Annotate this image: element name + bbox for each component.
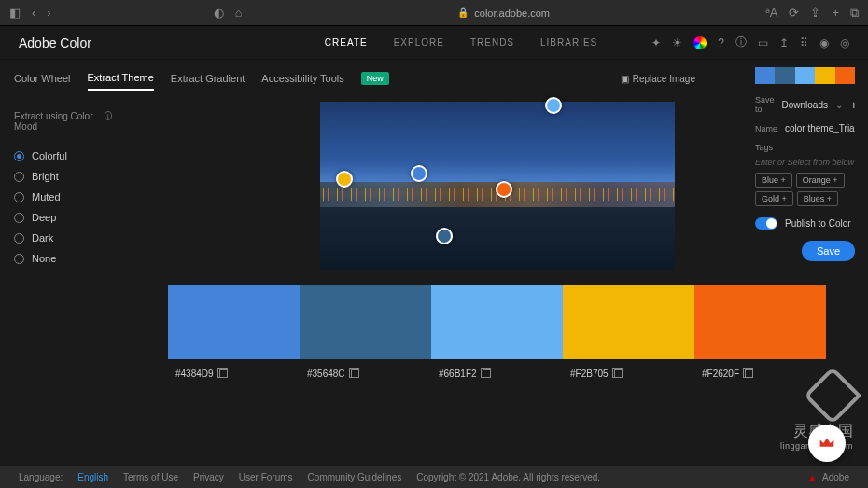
swatch-1[interactable] bbox=[300, 285, 431, 359]
reload-icon[interactable]: ⟳ bbox=[789, 6, 799, 20]
language-label: Language: bbox=[19, 472, 63, 482]
name-row: Name bbox=[755, 123, 855, 133]
radio-icon bbox=[14, 192, 24, 202]
swatch-3[interactable] bbox=[563, 285, 694, 359]
radio-icon bbox=[14, 151, 24, 161]
tag-chip[interactable]: Orange + bbox=[796, 173, 845, 188]
back-icon[interactable]: ‹ bbox=[32, 6, 35, 20]
info-icon[interactable]: ⓘ bbox=[735, 35, 747, 50]
hex-value[interactable]: #35648C bbox=[307, 369, 345, 379]
cc-icon[interactable]: ◎ bbox=[840, 36, 849, 49]
add-library-button[interactable]: + bbox=[850, 98, 858, 112]
new-tab-icon[interactable]: + bbox=[832, 6, 839, 20]
tag-chip[interactable]: Gold + bbox=[755, 191, 793, 206]
color-picker-1[interactable] bbox=[411, 165, 427, 182]
hex-cell-3: #F2B705 bbox=[563, 369, 694, 379]
language-select[interactable]: English bbox=[77, 472, 108, 482]
radio-icon bbox=[14, 233, 24, 244]
color-picker-2[interactable] bbox=[336, 171, 353, 188]
hex-value[interactable]: #66B1F2 bbox=[439, 369, 477, 379]
apps-icon[interactable]: ⠿ bbox=[800, 36, 808, 49]
swatch-2[interactable] bbox=[431, 285, 563, 359]
save-button[interactable]: Save bbox=[802, 241, 855, 261]
upload-icon[interactable]: ↥ bbox=[779, 36, 789, 49]
info-icon[interactable]: i bbox=[105, 111, 112, 120]
nav-libraries[interactable]: LIBRARIES bbox=[540, 37, 597, 48]
mood-none[interactable]: None bbox=[14, 248, 112, 269]
color-picker-4[interactable] bbox=[436, 228, 453, 244]
footer-link[interactable]: Privacy bbox=[193, 472, 224, 482]
tag-chip[interactable]: Blues + bbox=[797, 191, 838, 206]
hex-value[interactable]: #4384D9 bbox=[175, 369, 214, 379]
tab-accessibility[interactable]: Accessibility Tools bbox=[261, 67, 343, 90]
mood-colorful[interactable]: Colorful bbox=[14, 146, 112, 166]
reader-icon[interactable]: ᵃA bbox=[765, 6, 778, 20]
mini-swatch-2[interactable] bbox=[795, 67, 815, 84]
tabs-icon[interactable]: ⧉ bbox=[850, 6, 859, 21]
hex-row: #4384D9#35648C#66B1F2#F2B705#F2620F bbox=[168, 369, 826, 379]
share-icon[interactable]: ⇪ bbox=[810, 6, 820, 20]
publish-toggle[interactable] bbox=[755, 217, 777, 230]
tab-extract-gradient[interactable]: Extract Gradient bbox=[171, 67, 245, 90]
sub-tabs: Color Wheel Extract Theme Extract Gradie… bbox=[0, 60, 868, 97]
footer-link[interactable]: Community Guidelines bbox=[308, 472, 402, 482]
radio-icon bbox=[14, 254, 24, 264]
sidebar-toggle-icon[interactable]: ◧ bbox=[9, 6, 21, 20]
header-icons: ✦ ☀ ? ⓘ ▭ ↥ ⠿ ◉ ◎ bbox=[651, 35, 849, 50]
app-header: Adobe Color CREATE EXPLORE TRENDS LIBRAR… bbox=[0, 26, 868, 60]
mood-label: Dark bbox=[32, 232, 53, 244]
brightness-icon[interactable]: ☀ bbox=[672, 36, 682, 49]
mini-swatch-1[interactable] bbox=[775, 67, 794, 84]
mood-label: Deep bbox=[32, 212, 56, 223]
color-picker-3[interactable] bbox=[496, 181, 512, 198]
nav-trends[interactable]: TRENDS bbox=[470, 37, 514, 48]
color-picker-0[interactable] bbox=[545, 97, 562, 114]
mini-swatch-0[interactable] bbox=[755, 67, 775, 84]
copy-icon[interactable] bbox=[483, 369, 491, 378]
nav-create[interactable]: CREATE bbox=[325, 37, 368, 48]
mood-label: Bright bbox=[32, 171, 59, 182]
replace-image-button[interactable]: ▣ Replace Image bbox=[621, 74, 695, 84]
tag-chips: Blue +Orange +Gold +Blues + bbox=[755, 173, 855, 206]
user-icon[interactable]: ◉ bbox=[819, 36, 829, 49]
footer-link[interactable]: Terms of Use bbox=[123, 472, 178, 482]
add-tag-icon: + bbox=[833, 175, 837, 185]
forward-icon[interactable]: › bbox=[47, 6, 50, 20]
hex-value[interactable]: #F2B705 bbox=[570, 369, 609, 379]
url-bar[interactable]: 🔒 color.adobe.com bbox=[254, 7, 754, 19]
home-icon[interactable]: ⌂ bbox=[235, 6, 243, 20]
mood-deep[interactable]: Deep bbox=[14, 207, 112, 228]
footer-link[interactable]: User Forums bbox=[239, 472, 293, 482]
chevron-down-icon[interactable]: ⌄ bbox=[835, 100, 843, 110]
copy-icon[interactable] bbox=[219, 369, 228, 378]
tab-color-wheel[interactable]: Color Wheel bbox=[14, 67, 71, 90]
mood-muted[interactable]: Muted bbox=[14, 187, 112, 207]
tab-extract-theme[interactable]: Extract Theme bbox=[88, 66, 154, 91]
chat-icon[interactable]: ▭ bbox=[758, 36, 768, 49]
copy-icon[interactable] bbox=[351, 369, 359, 378]
mood-dark[interactable]: Dark bbox=[14, 228, 112, 248]
footer-links: Terms of UsePrivacyUser ForumsCommunity … bbox=[123, 472, 401, 482]
tags-area: Tags Enter or Select from below Blue +Or… bbox=[755, 143, 855, 206]
source-image[interactable] bbox=[320, 102, 675, 270]
mini-swatch-4[interactable] bbox=[835, 67, 855, 84]
browser-chrome: ◧ ‹ › ◐ ⌂ 🔒 color.adobe.com ᵃA ⟳ ⇪ + ⧉ bbox=[0, 0, 868, 26]
shield-icon[interactable]: ◐ bbox=[214, 6, 224, 20]
star-icon[interactable]: ✦ bbox=[651, 36, 661, 49]
color-wheel-icon[interactable] bbox=[693, 36, 707, 49]
copyright: Copyright © 2021 Adobe. All rights reser… bbox=[416, 472, 600, 482]
feedback-fab[interactable] bbox=[808, 425, 846, 462]
theme-name-input[interactable] bbox=[785, 123, 855, 133]
mini-swatch-3[interactable] bbox=[815, 67, 834, 84]
hex-value[interactable]: #F2620F bbox=[702, 369, 739, 379]
hex-cell-0: #4384D9 bbox=[168, 369, 300, 379]
swatch-4[interactable] bbox=[694, 285, 826, 359]
copy-icon[interactable] bbox=[614, 369, 623, 378]
copy-icon[interactable] bbox=[745, 369, 753, 378]
swatch-0[interactable] bbox=[168, 285, 300, 359]
help-icon[interactable]: ? bbox=[718, 36, 724, 49]
tag-chip[interactable]: Blue + bbox=[755, 173, 792, 188]
mood-bright[interactable]: Bright bbox=[14, 166, 112, 187]
nav-explore[interactable]: EXPLORE bbox=[394, 37, 444, 48]
saveto-dropdown[interactable]: Downloads bbox=[782, 100, 828, 110]
